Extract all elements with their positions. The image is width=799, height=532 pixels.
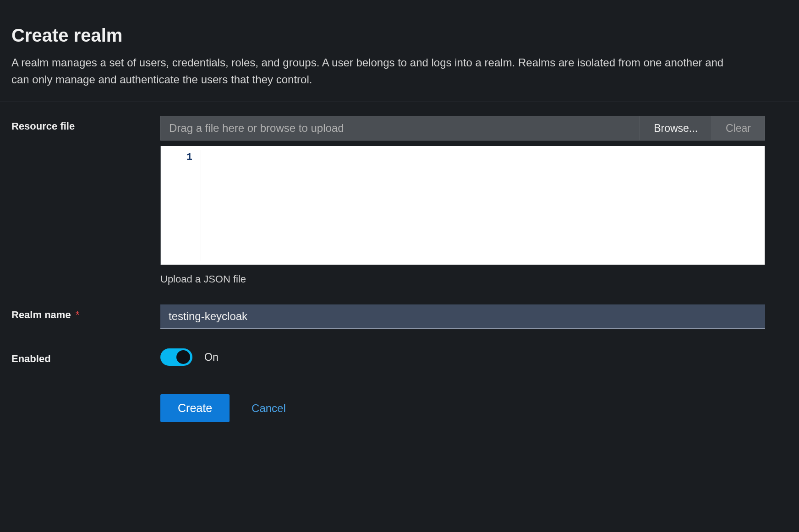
enabled-control: On bbox=[160, 348, 765, 366]
create-button[interactable]: Create bbox=[160, 394, 230, 422]
code-gutter: 1 bbox=[165, 150, 201, 261]
realm-name-label: Realm name bbox=[11, 309, 71, 320]
file-drop-zone[interactable]: Drag a file here or browse to upload bbox=[161, 116, 640, 140]
enabled-label-col: Enabled bbox=[11, 348, 160, 365]
code-editor[interactable]: 1 bbox=[160, 146, 765, 265]
required-indicator: * bbox=[76, 309, 80, 320]
enabled-row: Enabled On bbox=[11, 348, 788, 366]
line-number: 1 bbox=[165, 152, 192, 163]
browse-button[interactable]: Browse... bbox=[640, 116, 711, 140]
enabled-toggle[interactable] bbox=[160, 348, 192, 366]
realm-name-label-col: Realm name * bbox=[11, 304, 160, 321]
enabled-state-label: On bbox=[204, 351, 219, 364]
resource-file-control: Drag a file here or browse to upload Bro… bbox=[160, 116, 765, 285]
realm-name-input[interactable] bbox=[160, 304, 765, 329]
resource-file-row: Resource file Drag a file here or browse… bbox=[11, 116, 788, 285]
form-area: Resource file Drag a file here or browse… bbox=[0, 102, 799, 436]
cancel-button[interactable]: Cancel bbox=[252, 402, 286, 415]
file-upload-bar: Drag a file here or browse to upload Bro… bbox=[160, 116, 765, 141]
action-buttons: Create Cancel bbox=[160, 394, 788, 422]
page-header: Create realm A realm manages a set of us… bbox=[0, 0, 799, 102]
page-description: A realm manages a set of users, credenti… bbox=[11, 54, 726, 88]
resource-file-helper: Upload a JSON file bbox=[160, 273, 765, 285]
realm-name-control bbox=[160, 304, 765, 329]
realm-name-row: Realm name * bbox=[11, 304, 788, 329]
resource-file-label-col: Resource file bbox=[11, 116, 160, 132]
page-title: Create realm bbox=[11, 25, 788, 46]
resource-file-label: Resource file bbox=[11, 120, 75, 132]
toggle-knob bbox=[176, 350, 190, 364]
code-content[interactable] bbox=[202, 150, 760, 261]
enabled-label: Enabled bbox=[11, 353, 51, 364]
toggle-row: On bbox=[160, 348, 765, 366]
clear-button[interactable]: Clear bbox=[711, 116, 765, 140]
